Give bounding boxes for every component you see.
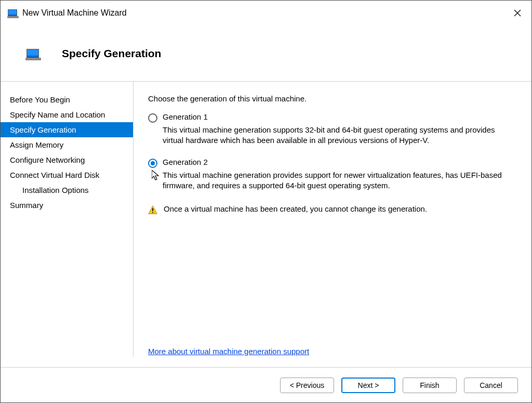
previous-button[interactable]: < Previous [280,378,334,393]
wizard-body: Before You Begin Specify Name and Locati… [1,82,531,367]
wizard-content: Choose the generation of this virtual ma… [134,82,531,367]
next-button[interactable]: Next > [341,378,395,393]
step-assign-memory[interactable]: Assign Memory [1,137,133,152]
close-icon [514,9,521,17]
step-specify-generation[interactable]: Specify Generation [1,122,133,137]
step-specify-name[interactable]: Specify Name and Location [1,107,133,122]
more-about-link[interactable]: More about virtual machine generation su… [148,347,309,356]
generation-2-radio[interactable] [148,159,157,168]
svg-rect-4 [152,212,153,213]
generation-1-radio[interactable] [148,113,157,123]
page-title: Specify Generation [62,47,161,60]
step-connect-vhd[interactable]: Connect Virtual Hard Disk [1,167,133,183]
wizard-steps-sidebar: Before You Begin Specify Name and Locati… [1,82,134,357]
generation-1-label[interactable]: Generation 1 [163,112,208,121]
close-button[interactable] [503,1,531,25]
generation-2-label[interactable]: Generation 2 [163,158,208,166]
generation-2-description: This virtual machine generation provides… [163,170,513,191]
generation-1-description: This virtual machine generation supports… [163,125,513,146]
generation-radio-group: Generation 1 This virtual machine genera… [148,112,513,196]
warning-text: Once a virtual machine has been created,… [164,204,427,213]
warning-row: Once a virtual machine has been created,… [148,204,513,215]
titlebar: New Virtual Machine Wizard [1,1,531,25]
monitor-icon [26,49,39,58]
wizard-footer: < Previous Next > Finish Cancel [1,367,531,402]
generation-2-option: Generation 2 This virtual machine genera… [148,158,513,197]
finish-button[interactable]: Finish [403,378,457,393]
svg-rect-3 [152,208,153,211]
cancel-button[interactable]: Cancel [464,378,518,393]
wizard-header: Specify Generation [1,25,531,82]
step-installation-options[interactable]: Installation Options [1,183,133,198]
step-before-you-begin[interactable]: Before You Begin [1,92,133,107]
step-configure-networking[interactable]: Configure Networking [1,152,133,167]
step-summary[interactable]: Summary [1,198,133,213]
warning-icon [148,205,157,215]
app-icon [8,9,17,17]
window-title: New Virtual Machine Wizard [22,8,503,18]
wizard-window: New Virtual Machine Wizard Specify Gener… [0,0,532,403]
generation-1-option: Generation 1 This virtual machine genera… [148,112,513,151]
prompt-text: Choose the generation of this virtual ma… [148,94,513,103]
